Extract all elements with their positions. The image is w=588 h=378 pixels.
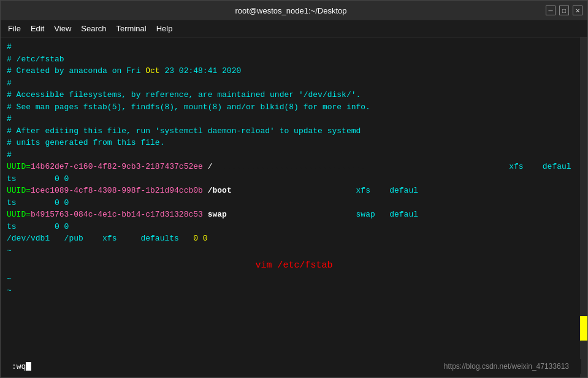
line-4: # xyxy=(7,77,581,90)
menu-bar: File Edit View Search Terminal Help xyxy=(1,20,587,37)
line-2: # /etc/fstab xyxy=(7,53,581,66)
line-3: # Created by anaconda on Fri Oct 23 02:4… xyxy=(7,65,581,77)
menu-file[interactable]: File xyxy=(3,23,26,34)
maximize-button[interactable]: □ xyxy=(559,6,569,15)
line-8: # After editing this file, run 'systemct… xyxy=(7,125,581,137)
scrollbar[interactable] xyxy=(580,37,587,377)
menu-help[interactable]: Help xyxy=(151,23,178,34)
ts-line-3: ts 0 0 xyxy=(7,221,581,233)
close-button[interactable]: ✕ xyxy=(573,6,582,15)
vim-status-text: :wq xyxy=(12,362,31,371)
window-controls: ─ □ ✕ xyxy=(546,6,582,15)
terminal-content: # # /etc/fstab # Created by anaconda on … xyxy=(7,41,581,359)
watermark-text: https://blog.csdn.net/weixin_47133613 xyxy=(444,362,569,371)
menu-search[interactable]: Search xyxy=(76,23,111,34)
menu-edit[interactable]: Edit xyxy=(26,23,49,34)
line-7: # xyxy=(7,113,581,125)
line-5: # Accessible filesystems, by reference, … xyxy=(7,89,581,101)
line-9: # units generated from this file. xyxy=(7,137,581,149)
tilde-2: ~ xyxy=(7,273,581,285)
vim-command-display: vim /etc/fstab xyxy=(7,259,581,273)
terminal-window: root@westos_node1:~/Desktop ─ □ ✕ File E… xyxy=(0,0,588,378)
menu-view[interactable]: View xyxy=(49,23,76,34)
uuid-line-2: UUID=1cec1089-4cf8-4308-998f-1b21d94ccb0… xyxy=(7,185,581,197)
terminal-body[interactable]: # # /etc/fstab # Created by anaconda on … xyxy=(1,37,587,377)
minimize-button[interactable]: ─ xyxy=(546,6,556,15)
uuid-line-1: UUID=14b62de7-c160-4f82-9cb3-2187437c52e… xyxy=(7,161,581,173)
line-10: # xyxy=(7,149,581,161)
status-line: :wq https://blog.csdn.net/weixin_4713361… xyxy=(7,359,581,374)
line-6: # See man pages fstab(5), findfs(8), mou… xyxy=(7,101,581,114)
dev-line: /dev/vdb1 /pub xfs defaults 0 0 xyxy=(7,233,581,245)
title-bar: root@westos_node1:~/Desktop ─ □ ✕ xyxy=(1,1,587,20)
tilde-1: ~ xyxy=(7,245,581,257)
ts-line-2: ts 0 0 xyxy=(7,197,581,209)
line-1: # xyxy=(7,41,581,53)
window-title: root@westos_node1:~/Desktop xyxy=(36,6,546,15)
scrollbar-thumb[interactable] xyxy=(580,316,587,341)
ts-line-1: ts 0 0 xyxy=(7,173,581,185)
menu-terminal[interactable]: Terminal xyxy=(112,23,151,34)
tilde-3: ~ xyxy=(7,285,581,297)
cursor xyxy=(26,362,31,371)
uuid-line-3: UUID=b4915763-084c-4e1c-bb14-c17d31328c5… xyxy=(7,209,581,221)
